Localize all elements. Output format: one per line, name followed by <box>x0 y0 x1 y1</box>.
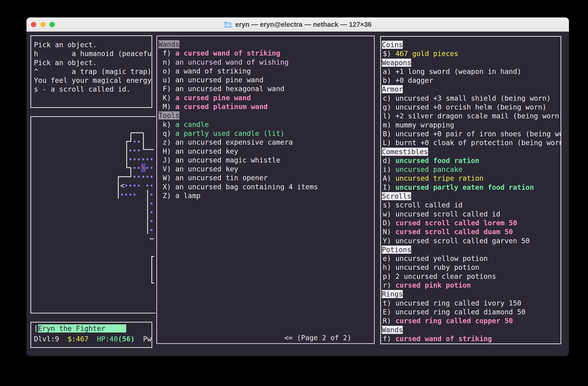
menu-item[interactable]: Y) uncursed scroll called garven 50 <box>381 236 561 245</box>
menu-item[interactable]: n) an uncursed wand of wishing <box>157 58 374 67</box>
floor-dot <box>151 167 153 169</box>
menu-item[interactable]: A) uncursed tripe ration <box>381 174 561 183</box>
floor-dot <box>134 185 136 187</box>
menu-item[interactable]: p) 2 uncursed clear potions <box>381 272 561 281</box>
menu-item[interactable]: k) a candle <box>157 120 374 129</box>
message-line: h a humanoid (peaceful <box>34 49 151 58</box>
item-description: uncursed tripe ration <box>395 174 483 182</box>
item-letter: a) <box>383 67 395 76</box>
menu-item[interactable]: q) a partly used candle (lit) <box>157 129 374 138</box>
item-description: uncursed +0 pair of iron shoes (being wo <box>395 130 561 138</box>
menu-item[interactable]: u) an uncursed pine wand <box>157 76 374 85</box>
menu-item[interactable]: t) uncursed ring called ivory 150 <box>381 299 561 308</box>
menu-item[interactable]: g) uncursed +0 orcish helm (being worn) <box>381 103 561 112</box>
menu-item[interactable]: r) cursed pink potion <box>381 281 561 290</box>
menu-item[interactable]: H) an uncursed key <box>157 147 374 156</box>
menu-item[interactable]: s) scroll called id <box>381 201 561 210</box>
item-description: an uncursed pine wand <box>175 76 263 84</box>
menu-item[interactable]: F) an uncursed hexagonal wand <box>157 85 374 93</box>
floor-dot <box>138 176 140 178</box>
item-letter: k) <box>163 120 175 129</box>
menu-item[interactable]: b) +0 dagger <box>381 76 561 85</box>
menu-item[interactable]: D) cursed scroll called lorem 50 <box>381 219 561 227</box>
menu-item[interactable]: L) burnt +0 cloak of protection (being w… <box>381 138 561 147</box>
menu-item[interactable]: l) +2 silver dragon scale mail (being wo… <box>381 112 561 120</box>
item-letter: s) <box>383 201 395 209</box>
item-letter: M) <box>163 103 175 111</box>
terminal-window: eryn — eryn@electra — nethack — 127×36 P… <box>26 18 569 356</box>
item-description: uncursed partly eaten food ration <box>395 183 534 191</box>
menu-item[interactable]: z) an uncursed expensive camera <box>157 138 374 147</box>
menu-item[interactable]: E) uncursed ring called diamond 50 <box>381 308 561 317</box>
dungeon-map[interactable]: %< <box>31 117 156 313</box>
item-description: uncursed pancake <box>395 165 462 173</box>
menu-header-row: Scrolls <box>381 192 561 201</box>
menu-item[interactable]: W) an uncursed tin opener <box>157 173 374 182</box>
item-description: a wand of striking <box>175 67 251 75</box>
menu-item[interactable]: i) uncursed pancake <box>381 165 561 174</box>
item-description: a candle <box>175 120 209 129</box>
status-field <box>88 335 97 343</box>
item-letter: l) <box>383 112 395 120</box>
floor-dot <box>125 194 127 196</box>
floor-dot <box>151 158 153 160</box>
item-description: a lamp <box>175 192 200 200</box>
item-description: an uncursed expensive camera <box>175 138 293 146</box>
menu-header-row: Weapons <box>381 58 561 67</box>
food-item-glyph[interactable]: % <box>141 164 146 172</box>
window-titlebar[interactable]: eryn — eryn@electra — nethack — 127×36 <box>26 18 569 32</box>
menu-item[interactable]: m) mummy wrapping <box>381 121 561 129</box>
menu-item[interactable]: N) cursed scroll called duam 50 <box>381 227 561 236</box>
floor-dot <box>138 158 140 160</box>
menu-item[interactable]: B) uncursed +0 pair of iron shoes (being… <box>381 129 561 138</box>
map-window[interactable]: %< <box>30 116 156 313</box>
menu-item[interactable]: d) uncursed food ration <box>381 156 561 165</box>
menu-item[interactable]: V) an uncursed key <box>157 165 374 173</box>
menu-header-row: Potions <box>381 245 561 254</box>
wall-line <box>143 133 154 150</box>
menu-item[interactable]: c) uncursed +3 small shield (being worn) <box>381 94 561 103</box>
menu-item[interactable]: o) a wand of striking <box>157 67 374 76</box>
floor-dot <box>134 194 136 196</box>
item-letter: E) <box>383 308 395 316</box>
item-description: cursed wand of striking <box>395 335 492 343</box>
menu-item[interactable]: h) uncursed ruby potion <box>381 263 561 272</box>
menu-item[interactable]: a) +1 long sword (weapon in hand) <box>381 67 561 76</box>
item-letter: $) <box>383 49 395 58</box>
menu-item[interactable]: J) an uncursed magic whistle <box>157 156 374 165</box>
floor-dot <box>151 211 153 214</box>
floor-dot <box>151 185 153 187</box>
menu-item[interactable]: e) uncursed yellow potion <box>381 254 561 263</box>
status-field: HP:40 <box>97 335 118 343</box>
item-letter: J) <box>163 156 175 164</box>
item-description: uncursed +0 orcish helm (being worn) <box>395 103 546 111</box>
menu-item[interactable]: I) uncursed partly eaten food ration <box>381 183 561 192</box>
menu-item[interactable]: M) a cursed platinum wand <box>157 102 374 111</box>
item-description: 2 uncursed clear potions <box>395 272 496 280</box>
menu-category-header: Tools <box>159 111 179 120</box>
floor-dot <box>125 185 127 187</box>
menu-item[interactable]: K) a cursed pine wand <box>157 93 374 102</box>
menu-page-indicator[interactable]: <= (Page 2 of 2) <box>284 333 351 342</box>
item-description: +2 silver dragon scale mail (being worn) <box>395 112 561 120</box>
item-letter: Z) <box>163 192 175 200</box>
menu-item[interactable]: Z) a lamp <box>157 191 374 200</box>
item-letter: m) <box>383 121 395 129</box>
floor-dot <box>147 176 148 178</box>
item-description: uncursed scroll called id <box>395 210 500 218</box>
item-letter: c) <box>383 94 395 102</box>
item-letter: b) <box>383 76 395 85</box>
stairs-up-glyph[interactable]: < <box>120 181 125 190</box>
item-letter: N) <box>383 228 395 236</box>
floor-dot <box>134 176 136 178</box>
menu-item[interactable]: f) a cursed wand of striking <box>157 49 374 58</box>
menu-item[interactable]: X) an uncursed bag containing 4 items <box>157 183 374 191</box>
window-title: eryn — eryn@electra — nethack — 127×36 <box>235 21 372 28</box>
menu-item[interactable]: $) 467 gold pieces <box>381 49 561 58</box>
menu-item[interactable]: w) uncursed scroll called id <box>381 210 561 219</box>
item-description: burnt +0 cloak of protection (being worn <box>395 139 561 147</box>
menu-item[interactable]: f) cursed wand of striking <box>381 334 561 343</box>
floor-dot <box>129 185 131 187</box>
item-description: cursed ring called copper 50 <box>395 317 513 325</box>
menu-item[interactable]: R) cursed ring called copper 50 <box>381 317 561 325</box>
